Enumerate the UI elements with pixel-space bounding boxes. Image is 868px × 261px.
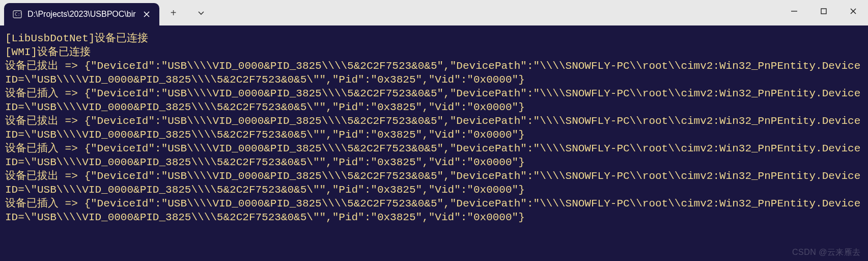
terminal-output[interactable]: [LibUsbDotNet]设备已连接 [WMI]设备已连接 设备已拔出 => … xyxy=(0,25,868,261)
window-controls xyxy=(779,0,868,22)
new-tab-button[interactable]: + xyxy=(166,7,181,19)
titlebar: C:\ D:\Projects\2023\USBPOC\bir + xyxy=(0,0,868,25)
svg-text:C:\: C:\ xyxy=(15,12,22,17)
svg-rect-5 xyxy=(821,9,826,14)
close-window-button[interactable] xyxy=(838,0,868,22)
watermark: CSDN @云来雁去 xyxy=(792,247,861,258)
tab-actions: + xyxy=(159,0,208,25)
minimize-button[interactable] xyxy=(779,0,809,22)
chevron-down-icon[interactable] xyxy=(194,7,208,19)
tab-close-button[interactable] xyxy=(141,9,152,20)
cmd-icon: C:\ xyxy=(12,9,22,19)
maximize-button[interactable] xyxy=(809,0,838,22)
terminal-tab[interactable]: C:\ D:\Projects\2023\USBPOC\bir xyxy=(4,3,159,25)
tab-title: D:\Projects\2023\USBPOC\bir xyxy=(27,10,136,19)
